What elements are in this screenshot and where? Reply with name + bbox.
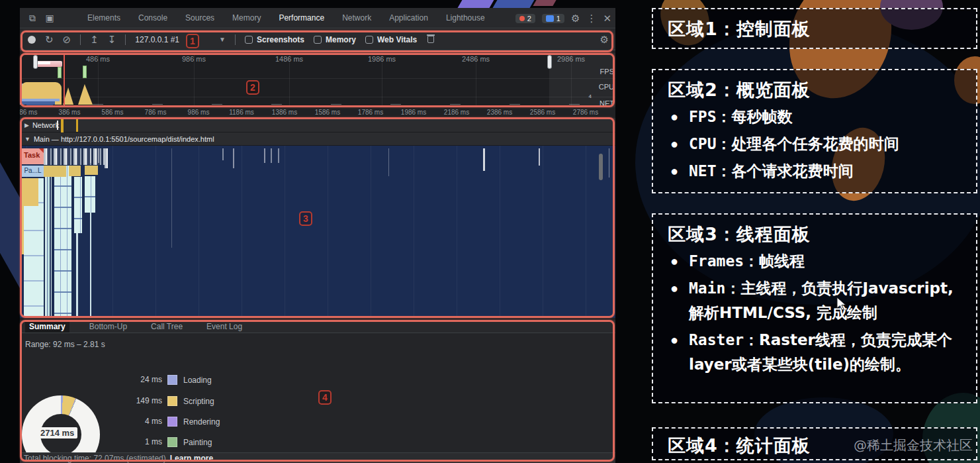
network-lane-header[interactable]: ▶ Network [20, 118, 615, 132]
reload-and-record-icon[interactable]: ↻ [45, 34, 54, 46]
ruler-tick: 2386 ms [487, 109, 512, 116]
delete-recording-icon[interactable] [427, 36, 434, 43]
toolbar-divider [125, 34, 126, 45]
flame-column [74, 177, 82, 233]
network-long-task-tick [61, 119, 64, 132]
tab-lighthouse[interactable]: Lighthouse [446, 13, 485, 23]
flame-column [38, 178, 44, 206]
legend-time: 149 ms [121, 396, 162, 405]
flame-column [24, 206, 44, 317]
flame-column [54, 166, 71, 317]
tab-elements[interactable]: Elements [87, 13, 120, 23]
bullet-dot: ● [670, 249, 689, 274]
collapse-arrow-icon[interactable]: ▼ [24, 136, 30, 142]
flame-thin-column [90, 213, 91, 317]
expand-arrow-icon[interactable]: ▶ [24, 122, 29, 129]
tab-call-tree[interactable]: Call Tree [147, 321, 187, 333]
bullet-dot: ● [670, 132, 689, 156]
memory-checkbox[interactable]: Memory [314, 35, 356, 44]
ruler-tick: 1786 ms [358, 109, 383, 116]
note-box-region3: 区域3：线程面板 ● Frames：帧线程 ● Main：主线程，负责执行Jav… [652, 213, 977, 403]
learn-more-link[interactable]: Learn more [170, 454, 213, 463]
status-bar: Total blocking time: 72.07ms (estimated)… [20, 452, 615, 463]
note-bullet: ● CPU：处理各个任务花费的时间 [653, 129, 976, 156]
ruler-tick: 2586 ms [530, 109, 555, 116]
save-profile-icon[interactable]: ↧ [108, 34, 116, 46]
flame-chart[interactable]: Task Pa...L [20, 146, 615, 318]
network-lane-label: Network [32, 121, 59, 129]
close-icon[interactable]: ✕ [603, 13, 611, 25]
tab-sources[interactable]: Sources [185, 13, 214, 23]
clear-icon[interactable]: ⊘ [63, 34, 71, 46]
device-toolbar-icon[interactable]: ▣ [41, 13, 58, 23]
inspect-element-icon[interactable]: ⧉ [24, 13, 41, 24]
tab-memory[interactable]: Memory [232, 13, 261, 23]
tab-bottom-up[interactable]: Bottom-Up [85, 321, 131, 333]
note-box-region2: 区域2：概览面板 ● FPS：每秒帧数 ● CPU：处理各个任务花费的时间 ● … [652, 69, 977, 193]
callout-1: 1 [186, 34, 199, 48]
screenshots-checkbox[interactable]: Screenshots [245, 35, 304, 44]
evaluate-script-block [85, 166, 98, 175]
screenshot-stage: ⧉ ▣ Elements Console Sources Memory Perf… [0, 0, 980, 463]
note-title: 区域2：概览面板 [653, 70, 976, 102]
record-button[interactable] [28, 36, 36, 44]
frame-bar [83, 66, 87, 78]
note-bullet: ● Frames：帧线程 [653, 246, 976, 274]
settings-gear-icon[interactable]: ⚙ [571, 13, 580, 25]
thread-panel[interactable]: ▶ Network ▼ Main — http://127.0.0.1:5501… [20, 118, 615, 318]
cpu-tail-line [93, 104, 589, 105]
tab-network[interactable]: Network [342, 13, 371, 23]
tab-summary[interactable]: Summary [25, 321, 69, 333]
note-title: 区域3：线程面板 [653, 215, 976, 246]
ruler-tick: 1386 ms [272, 109, 297, 116]
issues-badge[interactable]: 1 [542, 14, 564, 23]
timeline-overview[interactable]: 486 ms 986 ms 1486 ms 1986 ms 2486 ms 29… [20, 53, 615, 107]
main-lane-label: Main — http://127.0.0.1:5501/sourcemap/d… [34, 135, 214, 143]
kebab-menu-icon[interactable]: ⋮ [586, 13, 596, 25]
ruler-tick: 2786 ms [573, 109, 598, 116]
overview-right-handle[interactable] [547, 55, 552, 69]
frame-bar [58, 67, 62, 78]
flame-column [85, 176, 95, 213]
profile-select[interactable]: 127.0.0.1 #1 [135, 35, 179, 44]
ruler-tick: 986 ms [188, 109, 210, 116]
overview-left-handle[interactable] [33, 55, 38, 69]
note-bullet: ● Main：主线程，负责执行Javascript, 解析HTML/CSS, 完… [653, 274, 976, 325]
web-vitals-checkbox[interactable]: Web Vitals [365, 35, 417, 44]
tab-application[interactable]: Application [389, 13, 428, 23]
bullet-dot: ● [670, 159, 689, 183]
legend-time: 4 ms [121, 417, 162, 426]
evaluate-script-block [69, 166, 81, 176]
legend-time: 1 ms [121, 437, 162, 446]
flame-scrollbar[interactable] [599, 154, 603, 180]
checkbox-icon [365, 36, 373, 44]
load-profile-icon[interactable]: ↥ [90, 34, 99, 46]
flame-thin-column [105, 148, 108, 168]
note-bullet: ● FPS：每秒帧数 [653, 102, 976, 129]
bg-stripe [533, 0, 556, 6]
bg-stripe [458, 0, 494, 8]
bg-stripe [493, 0, 535, 8]
error-badge[interactable]: 2 [515, 14, 535, 23]
parse-html-block[interactable]: Pa...L [22, 166, 44, 177]
checkbox-icon [245, 36, 253, 44]
ruler-tick: 186 ms [20, 109, 37, 116]
legend-label: Painting [183, 438, 212, 447]
tab-performance[interactable]: Performance [279, 13, 324, 23]
performance-toolbar: ↻ ⊘ ↥ ↧ 127.0.0.1 #1 ▼ Screenshots Memor… [20, 29, 615, 50]
tab-event-log[interactable]: Event Log [202, 321, 246, 333]
tabbar-right-cluster: 2 1 ⚙ ⋮ ✕ [515, 8, 611, 28]
chevron-down-icon[interactable]: ▼ [219, 36, 226, 43]
track-divider [20, 97, 615, 97]
panel-tabs: Elements Console Sources Memory Performa… [87, 13, 485, 23]
ruler-tick: 586 ms [102, 109, 124, 116]
task-block[interactable]: Task [22, 148, 44, 164]
tab-console[interactable]: Console [138, 13, 167, 23]
summary-tabbar: Summary Bottom-Up Call Tree Event Log [20, 320, 615, 333]
fps-scale-value: 4 [589, 93, 592, 99]
evaluate-script-block [44, 166, 66, 177]
capture-settings-gear-icon[interactable]: ⚙ [600, 34, 609, 46]
issue-bubble-icon [546, 15, 554, 22]
watermark: @稀土掘金技术社区 [854, 437, 973, 454]
main-lane-header[interactable]: ▼ Main — http://127.0.0.1:5501/sourcemap… [20, 132, 615, 146]
